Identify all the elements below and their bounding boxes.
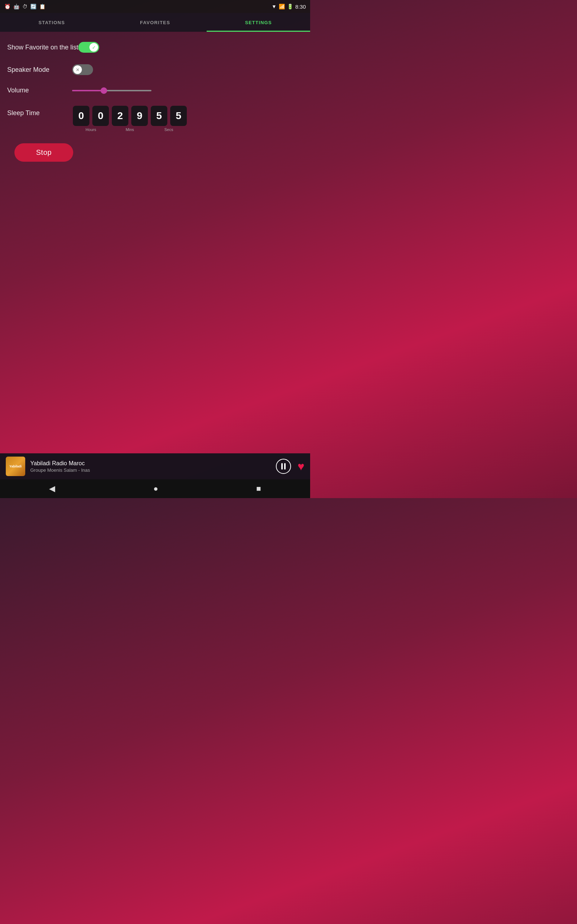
battery-icon: 🔋 xyxy=(287,3,293,10)
timer-icon: ⏱ xyxy=(23,3,27,10)
show-favorite-label: Show Favorite on the list xyxy=(7,44,78,51)
stop-button[interactable]: Stop xyxy=(15,143,73,162)
volume-slider-container xyxy=(72,90,152,91)
sleep-time-row: Sleep Time 0 0 Hours 2 9 Mins xyxy=(7,106,303,132)
speaker-mode-thumb: ✕ xyxy=(73,65,82,74)
clipboard-icon: 📋 xyxy=(39,3,45,10)
volume-thumb[interactable] xyxy=(101,87,107,94)
favorite-heart-button[interactable]: ♥ xyxy=(298,460,305,473)
speaker-mode-row: Speaker Mode ✕ xyxy=(7,64,303,75)
show-favorite-toggle[interactable]: ✓ xyxy=(78,42,99,53)
hours-label: Hours xyxy=(85,128,96,132)
nav-home-button[interactable]: ● xyxy=(153,484,158,493)
hours-digit-1[interactable]: 0 xyxy=(73,106,89,126)
settings-content: Show Favorite on the list ✓ Speaker Mode… xyxy=(0,32,310,172)
bottom-nav: ◀ ● ■ xyxy=(0,479,310,498)
pause-button[interactable] xyxy=(276,459,291,474)
wifi-icon: ▼ xyxy=(272,3,277,10)
mins-label: Mins xyxy=(126,128,134,132)
status-bar: ⏰ 🤖 ⏱ 🔄 📋 ▼ 📶 🔋 8:30 xyxy=(0,0,310,13)
player-logo-inner: Yabiladi xyxy=(6,457,25,476)
player-logo: Yabiladi xyxy=(6,457,25,476)
player-controls: ♥ xyxy=(276,459,305,474)
volume-row: Volume xyxy=(7,87,303,94)
secs-digit-2[interactable]: 5 xyxy=(170,106,187,126)
android-icon: 🤖 xyxy=(13,3,19,10)
mins-group: 2 9 Mins xyxy=(111,106,148,132)
secs-digit-1[interactable]: 5 xyxy=(151,106,167,126)
hours-group: 0 0 Hours xyxy=(72,106,110,132)
player-info: Yabiladi Radio Maroc Groupe Moenis Salam… xyxy=(30,460,271,473)
alarm-icon: ⏰ xyxy=(4,3,10,10)
bottom-player: Yabiladi Yabiladi Radio Maroc Groupe Moe… xyxy=(0,453,310,479)
sync-icon: 🔄 xyxy=(30,3,36,10)
status-icons-left: ⏰ 🤖 ⏱ 🔄 📋 xyxy=(4,3,45,10)
show-favorite-row: Show Favorite on the list ✓ xyxy=(7,42,303,53)
mins-digit-1[interactable]: 2 xyxy=(112,106,128,126)
tab-bar: STATIONS FAVORITES SETTINGS xyxy=(0,13,310,32)
nav-recent-button[interactable]: ■ xyxy=(256,484,261,493)
status-time: 8:30 xyxy=(295,3,306,10)
speaker-mode-label: Speaker Mode xyxy=(7,66,72,74)
player-track-info: Groupe Moenis Salam - Inas xyxy=(30,467,271,473)
show-favorite-thumb: ✓ xyxy=(89,43,98,52)
volume-label: Volume xyxy=(7,87,72,94)
sleep-time-label: Sleep Time xyxy=(7,106,72,117)
tab-settings[interactable]: SETTINGS xyxy=(206,13,310,32)
tab-stations[interactable]: STATIONS xyxy=(0,13,103,32)
nav-back-button[interactable]: ◀ xyxy=(49,484,55,493)
pause-icon xyxy=(281,463,285,470)
secs-label: Secs xyxy=(164,128,173,132)
hours-pair: 0 0 xyxy=(72,106,110,126)
signal-icon: 📶 xyxy=(279,3,285,10)
player-station-name: Yabiladi Radio Maroc xyxy=(30,460,271,467)
speaker-mode-toggle[interactable]: ✕ xyxy=(72,64,93,75)
volume-fill xyxy=(72,90,104,91)
tab-favorites[interactable]: FAVORITES xyxy=(103,13,207,32)
time-digits: 0 0 Hours 2 9 Mins 5 5 Secs xyxy=(72,106,187,132)
secs-pair: 5 5 xyxy=(150,106,187,126)
hours-digit-2[interactable]: 0 xyxy=(92,106,109,126)
volume-track[interactable] xyxy=(72,90,152,91)
mins-digit-2[interactable]: 9 xyxy=(131,106,148,126)
mins-pair: 2 9 xyxy=(111,106,148,126)
status-icons-right: ▼ 📶 🔋 8:30 xyxy=(272,3,306,10)
secs-group: 5 5 Secs xyxy=(150,106,187,132)
